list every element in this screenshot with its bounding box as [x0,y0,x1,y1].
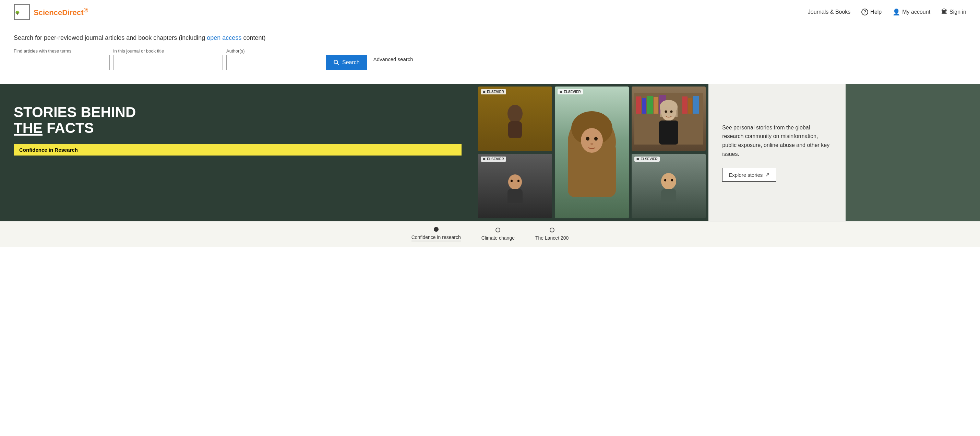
elsevier-badge-2: ▦ ELSEVIER [558,89,582,94]
svg-point-33 [511,180,512,182]
hero-banner: STORIES BEHIND THE FACTS Confidence in R… [0,84,980,221]
nav-journals-books[interactable]: Journals & Books [808,9,851,15]
carousel-nav: Confidence in research Climate change Th… [0,221,980,247]
svg-rect-19 [647,96,653,113]
elsevier-badge-1: ▦ ELSEVIER [481,89,506,94]
main-nav: Journals & Books ? Help 👤 My account 🏛 S… [808,8,966,16]
institution-icon: 🏛 [941,8,947,16]
svg-line-4 [337,63,339,65]
svg-rect-20 [654,97,659,113]
carousel-item-confidence[interactable]: Confidence in research [412,227,461,241]
svg-point-38 [671,179,673,182]
hero-image-1: ▦ ELSEVIER [478,86,552,151]
search-icon [333,59,339,65]
svg-rect-22 [682,96,687,113]
svg-point-30 [670,110,673,113]
face-silhouette-5 [655,169,682,203]
svg-rect-24 [693,96,699,113]
svg-point-35 [661,173,676,190]
carousel-dot-3 [550,228,554,232]
svg-text:🌳: 🌳 [15,10,20,15]
search-section: Search for peer-reviewed journal article… [0,24,980,84]
hero-description-text: See personal stories from the global res… [722,123,832,158]
elsevier-badge-4: ▦ ELSEVIER [481,157,506,162]
carousel-label-2: Climate change [481,235,515,241]
author-label: Author(s) [226,48,322,54]
hero-title: STORIES BEHIND THE FACTS [14,104,461,136]
author-input[interactable] [226,55,322,70]
hero-images-grid: ▦ ELSEVIER ▦ ELSEVIER [475,84,708,221]
carousel-dot-1 [434,227,439,232]
find-articles-input[interactable] [14,55,110,70]
hero-image-5: ▦ ELSEVIER [632,154,706,218]
carousel-label-3: The Lancet 200 [535,235,568,241]
explore-stories-button[interactable]: Explore stories ↗ [722,168,776,182]
search-button[interactable]: Search [326,55,367,70]
svg-rect-6 [508,121,522,138]
advanced-search-link[interactable]: Advanced search [371,56,413,62]
face-silhouette-1 [501,100,529,138]
face-silhouette-4 [501,169,529,203]
help-circle-icon: ? [861,9,868,16]
svg-rect-17 [636,96,641,113]
svg-point-37 [664,179,666,182]
svg-point-3 [334,60,338,64]
hero-image-4: ▦ ELSEVIER [478,154,552,218]
logo-container[interactable]: 🌳 ScienceDirect® [14,4,88,20]
hero-image-2: ▦ ELSEVIER [555,86,629,218]
site-header: 🌳 ScienceDirect® Journals & Books ? Help… [0,0,980,24]
face-silhouette-2 [561,108,623,197]
svg-point-13 [594,137,598,141]
svg-point-5 [508,105,523,123]
svg-rect-32 [508,189,523,203]
svg-point-29 [665,110,667,113]
search-fields-container: Find articles with these terms In this j… [14,48,966,70]
journal-title-field-group: In this journal or book title [113,48,223,70]
carousel-dot-2 [495,228,500,232]
person-icon: 👤 [892,8,900,16]
hero-left-panel: STORIES BEHIND THE FACTS Confidence in R… [0,84,475,221]
journal-title-label: In this journal or book title [113,48,223,54]
svg-point-14 [590,143,593,145]
hero-far-right-panel [846,84,980,221]
hero-info-panel: See personal stories from the global res… [708,84,846,221]
hero-image-3 [632,86,706,151]
svg-rect-36 [661,189,676,203]
confidence-badge[interactable]: Confidence in Research [14,144,461,155]
svg-rect-28 [659,120,678,145]
journal-title-input[interactable] [113,55,223,70]
nav-help[interactable]: ? Help [861,9,881,16]
svg-point-12 [586,137,589,141]
search-headline: Search for peer-reviewed journal article… [14,34,966,42]
bookshelf-scene [634,93,703,145]
nav-my-account[interactable]: 👤 My account [892,8,930,16]
carousel-item-climate[interactable]: Climate change [481,228,515,241]
carousel-item-lancet[interactable]: The Lancet 200 [535,228,568,241]
carousel-label-1: Confidence in research [412,235,461,241]
author-field-group: Author(s) [226,48,322,70]
svg-rect-23 [688,98,692,113]
find-articles-field-group: Find articles with these terms [14,48,110,70]
elsevier-logo-icon: 🌳 [14,4,30,20]
svg-point-31 [508,174,522,190]
svg-rect-18 [642,98,646,113]
nav-sign-in[interactable]: 🏛 Sign in [941,8,966,16]
sciencedirect-logo-text: ScienceDirect® [33,6,88,17]
elsevier-badge-5: ▦ ELSEVIER [634,157,659,162]
find-articles-label: Find articles with these terms [14,48,110,54]
svg-rect-27 [660,107,678,117]
open-access-link[interactable]: open access [207,34,242,41]
svg-point-34 [517,180,520,182]
